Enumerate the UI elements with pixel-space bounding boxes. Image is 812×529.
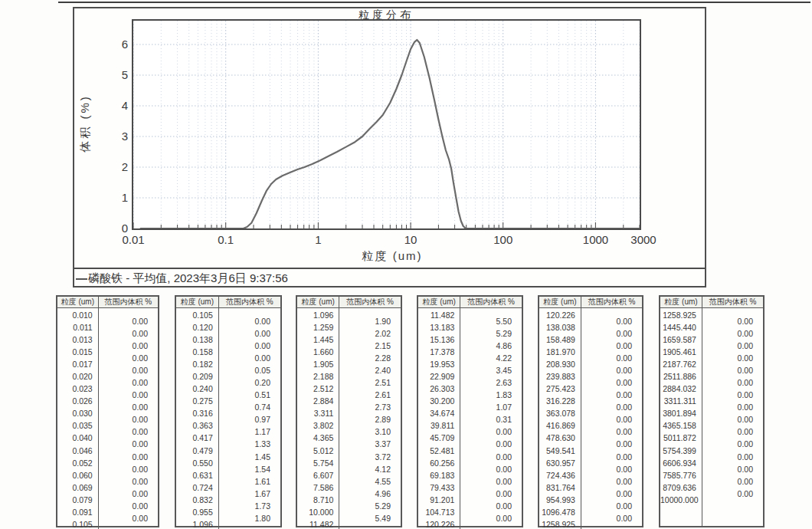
size-cell: 5754.399 xyxy=(660,445,702,457)
size-cell: 0.105 xyxy=(176,309,218,321)
volume-cell: 0.00 xyxy=(99,413,158,426)
size-cell: 1.445 xyxy=(297,334,339,346)
size-cell: 0.040 xyxy=(57,432,98,444)
size-cell: 478.630 xyxy=(539,432,581,444)
size-column: 1258.9251445.4401659.5871905.4612187.762… xyxy=(660,308,702,526)
volume-cell: 0.00 xyxy=(702,389,763,401)
volume-cell: 0.00 xyxy=(99,364,158,376)
size-column: 0.0100.0110.0130.0150.0170.0200.0230.026… xyxy=(57,308,99,529)
volume-cell: 3.37 xyxy=(339,438,401,450)
volume-cell: 2.40 xyxy=(339,364,401,376)
volume-column: 0.000.000.000.000.000.000.000.000.000.00… xyxy=(99,308,158,529)
volume-cell: 4.86 xyxy=(460,340,522,352)
size-cell: 120.226 xyxy=(418,518,460,529)
size-cell: 0.069 xyxy=(57,481,98,494)
volume-cell: 0.00 xyxy=(460,488,522,500)
legend-divider xyxy=(74,268,705,269)
volume-cell: 0.00 xyxy=(99,475,158,488)
volume-cell: 0.00 xyxy=(581,340,642,352)
volume-cell: 0.74 xyxy=(219,401,280,413)
volume-cell: 0.00 xyxy=(702,401,763,413)
size-cell: 0.158 xyxy=(176,346,218,358)
volume-cell: 0.00 xyxy=(702,438,763,450)
size-cell: 0.363 xyxy=(176,419,218,432)
size-cell: 3.311 xyxy=(297,407,339,419)
size-cell: 13.183 xyxy=(418,321,460,334)
volume-cell: 2.63 xyxy=(460,376,522,389)
volume-cell: 5.29 xyxy=(460,327,522,340)
volume-cell: 1.61 xyxy=(219,475,280,488)
size-column: 1.0961.2591.4451.6601.9052.1882.5122.884… xyxy=(297,308,339,529)
size-cell: 52.481 xyxy=(418,445,460,457)
volume-column-header: 范围内体积 % xyxy=(339,297,401,307)
x-tick-label: 10 xyxy=(404,233,417,246)
size-cell: 2511.886 xyxy=(660,370,702,383)
table-body: 11.48213.18315.13617.37819.95322.90926.3… xyxy=(418,308,522,529)
volume-cell: 0.20 xyxy=(219,376,280,389)
volume-cell: 1.07 xyxy=(460,401,522,413)
volume-column: 0.000.000.000.000.000.000.000.000.000.00… xyxy=(581,308,642,529)
table-body: 1.0961.2591.4451.6601.9052.1882.5122.884… xyxy=(297,308,401,529)
volume-cell: 0.00 xyxy=(219,315,280,327)
size-cell: 0.275 xyxy=(176,395,218,407)
volume-cell: 0.00 xyxy=(581,475,642,488)
size-cell: 60.256 xyxy=(418,457,460,469)
volume-cell: 0.00 xyxy=(581,376,642,389)
volume-cell: 0.00 xyxy=(99,327,158,340)
size-cell: 158.489 xyxy=(539,334,581,346)
size-cell: 4.365 xyxy=(297,432,339,444)
size-cell: 1.905 xyxy=(297,358,339,370)
volume-cell: 5.49 xyxy=(339,512,401,524)
table-header-row: 粒度 (um)范围内体积 % xyxy=(539,297,642,308)
size-cell: 8.710 xyxy=(297,494,339,506)
plot-area xyxy=(132,19,641,230)
y-axis-title: 体积 (%) xyxy=(78,94,93,153)
volume-column-header: 范围内体积 % xyxy=(581,297,642,307)
volume-cell: 1.90 xyxy=(339,315,401,327)
size-cell: 0.182 xyxy=(176,358,218,370)
volume-cell: 2.28 xyxy=(339,352,401,364)
volume-cell: 0.00 xyxy=(219,327,280,340)
volume-cell: 0.00 xyxy=(581,413,642,426)
size-cell: 0.017 xyxy=(57,358,98,370)
volume-cell: 5.29 xyxy=(339,500,401,512)
size-cell: 0.138 xyxy=(176,334,218,346)
size-distribution-table: 粒度 (um)范围内体积 %120.226138.038158.489181.9… xyxy=(538,295,643,527)
volume-cell: 0.00 xyxy=(460,438,522,450)
y-tick-label: 6 xyxy=(108,38,128,51)
volume-cell: 0.00 xyxy=(460,463,522,475)
volume-cell: 0.00 xyxy=(99,488,158,500)
volume-cell: 3.72 xyxy=(339,451,401,463)
size-cell: 22.909 xyxy=(418,370,460,383)
size-cell: 1905.461 xyxy=(660,346,702,358)
volume-cell: 4.22 xyxy=(460,352,522,364)
size-cell: 1445.440 xyxy=(660,321,702,334)
volume-cell: 0.00 xyxy=(99,389,158,401)
x-tick-label: 100 xyxy=(493,233,512,246)
size-cell: 4365.158 xyxy=(660,419,702,432)
size-cell: 26.303 xyxy=(418,383,460,395)
size-cell: 79.433 xyxy=(418,481,460,494)
volume-cell: 0.00 xyxy=(702,426,763,438)
y-tick-label: 5 xyxy=(108,68,128,82)
scan-page-edge xyxy=(58,2,810,3)
series-line-sample-icon xyxy=(76,278,87,280)
table-body: 0.1050.1200.1380.1580.1820.2090.2400.275… xyxy=(176,308,280,529)
y-tick-label: 4 xyxy=(108,99,128,113)
volume-cell: 0.00 xyxy=(702,488,763,500)
size-cell: 0.105 xyxy=(57,518,98,529)
size-cell: 0.550 xyxy=(176,457,218,469)
volume-cell: 4.55 xyxy=(339,475,401,488)
x-axis-ticks xyxy=(133,222,640,228)
x-tick-label: 0.01 xyxy=(122,233,144,246)
y-tick-label: 1 xyxy=(108,191,128,205)
volume-cell: 0.00 xyxy=(581,488,642,500)
table-body: 0.0100.0110.0130.0150.0170.0200.0230.026… xyxy=(57,308,158,529)
size-cell: 5011.872 xyxy=(660,432,702,444)
size-cell: 138.038 xyxy=(539,321,581,334)
size-cell: 1.259 xyxy=(297,321,339,334)
volume-cell: 0.00 xyxy=(581,463,642,475)
volume-cell: 0.00 xyxy=(581,401,642,413)
volume-cell: 0.00 xyxy=(99,512,158,524)
size-cell: 724.436 xyxy=(539,469,581,481)
